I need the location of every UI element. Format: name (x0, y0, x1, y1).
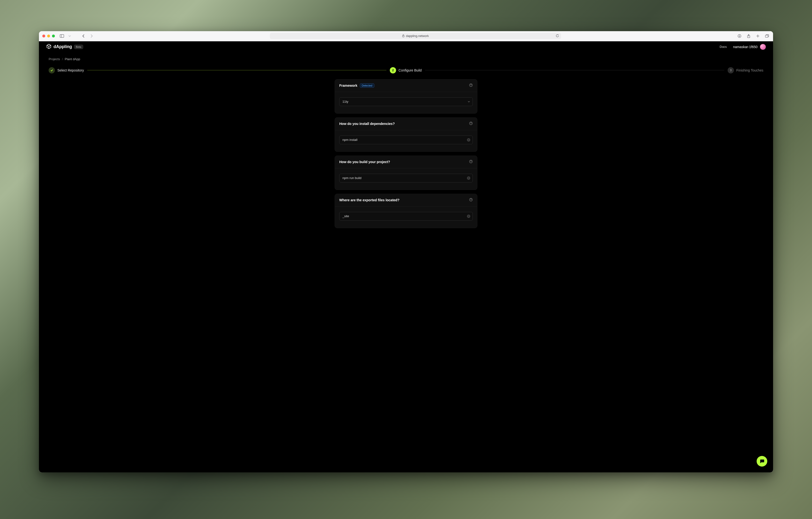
beta-badge: Beta (74, 45, 83, 49)
build-command-input[interactable] (339, 174, 473, 182)
install-command-card: How do you install dependencies? ✕ (335, 117, 477, 152)
reload-icon[interactable] (556, 34, 559, 38)
step-label: Select Repository (57, 68, 84, 72)
share-icon[interactable] (746, 33, 751, 39)
output-dir-input[interactable] (339, 212, 473, 221)
tab-group-dropdown-icon[interactable] (67, 33, 72, 39)
window-controls (42, 35, 55, 37)
step-configure-build[interactable]: 2 Configure Build (390, 67, 422, 73)
chevron-down-icon (468, 100, 470, 103)
step-number: 3 (728, 67, 734, 73)
sidebar-toggle-icon[interactable] (59, 33, 64, 39)
step-select-repository[interactable]: Select Repository (49, 67, 84, 73)
forward-button[interactable] (89, 33, 94, 39)
app-viewport: dAppling Beta Docs namaskar-1f650 Projec… (39, 41, 773, 472)
step-label: Finishing Touches (736, 68, 763, 72)
stepper: Select Repository 2 Configure Build 3 Fi… (39, 64, 773, 79)
detected-badge: Detected (360, 83, 374, 88)
user-name: namaskar-1f650 (733, 45, 758, 49)
clear-icon[interactable]: ✕ (467, 176, 470, 180)
app-header: dAppling Beta Docs namaskar-1f650 (39, 41, 773, 52)
step-finishing-touches[interactable]: 3 Finishing Touches (728, 67, 763, 73)
brand-logo[interactable]: dAppling Beta (46, 44, 83, 50)
browser-chrome: dappling.network (39, 31, 773, 41)
new-tab-icon[interactable] (755, 33, 760, 39)
maximize-window-button[interactable] (52, 35, 55, 37)
back-button[interactable] (81, 33, 86, 39)
browser-window: dappling.network (39, 31, 773, 472)
address-bar[interactable]: dappling.network (270, 33, 561, 39)
help-icon[interactable] (469, 198, 473, 203)
docs-link[interactable]: Docs (720, 45, 727, 49)
svg-rect-0 (60, 35, 64, 37)
user-menu[interactable]: namaskar-1f650 (733, 44, 766, 50)
svg-point-9 (471, 124, 471, 124)
downloads-icon[interactable] (737, 33, 742, 39)
svg-point-13 (471, 200, 471, 201)
brand-name: dAppling (53, 44, 72, 49)
help-icon[interactable] (469, 160, 473, 164)
framework-card: Framework Detected 11ty (335, 79, 477, 114)
help-icon[interactable] (469, 122, 473, 126)
clear-icon[interactable]: ✕ (467, 215, 470, 218)
svg-point-11 (471, 162, 471, 162)
output-dir-card: Where are the exported files located? ✕ (335, 194, 477, 228)
breadcrumb-separator: / (62, 57, 63, 61)
card-title: How do you install dependencies? (339, 122, 395, 126)
breadcrumb: Projects / Plant dApp (39, 52, 773, 64)
lock-icon (402, 34, 405, 38)
help-icon[interactable] (469, 83, 473, 88)
chat-launcher-button[interactable] (757, 456, 767, 466)
breadcrumb-current: Plant dApp (65, 57, 80, 61)
svg-rect-5 (765, 35, 768, 37)
close-window-button[interactable] (42, 35, 45, 37)
avatar (760, 44, 766, 50)
clear-icon[interactable]: ✕ (467, 138, 470, 142)
address-bar-text: dappling.network (406, 34, 429, 38)
tab-overview-icon[interactable] (764, 33, 770, 39)
step-number: 2 (390, 67, 396, 73)
install-command-input[interactable] (339, 135, 473, 144)
build-config-form: Framework Detected 11ty (335, 79, 477, 228)
card-title: How do you build your project? (339, 160, 390, 164)
framework-value: 11ty (342, 100, 348, 103)
minimize-window-button[interactable] (47, 35, 50, 37)
svg-rect-2 (402, 35, 404, 37)
stepper-line (425, 70, 724, 70)
breadcrumb-root[interactable]: Projects (49, 57, 60, 61)
stepper-line (87, 70, 386, 70)
card-title: Framework (339, 84, 357, 88)
framework-select[interactable]: 11ty (339, 97, 473, 106)
check-icon (49, 67, 55, 73)
card-title: Where are the exported files located? (339, 198, 400, 202)
brand-logo-icon (46, 44, 52, 50)
step-label: Configure Build (399, 68, 422, 72)
build-command-card: How do you build your project? ✕ (335, 156, 477, 190)
